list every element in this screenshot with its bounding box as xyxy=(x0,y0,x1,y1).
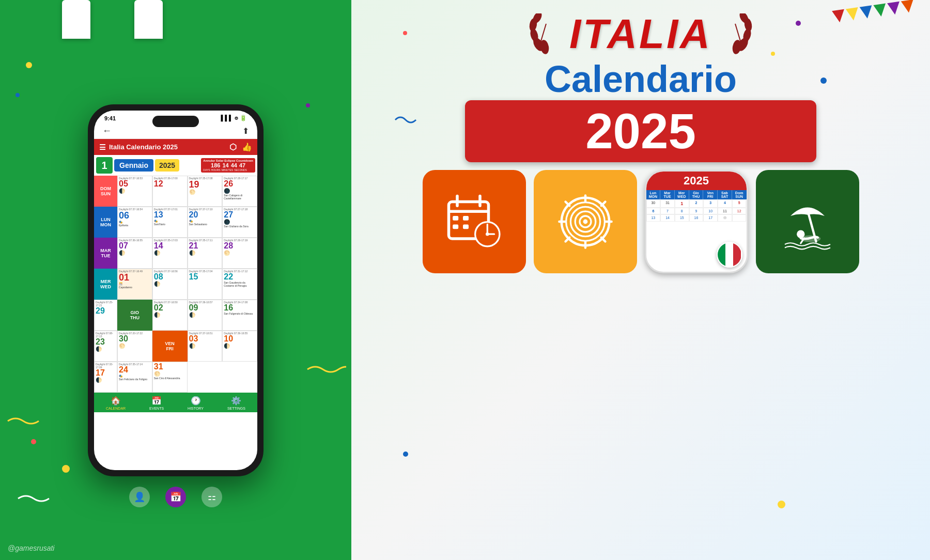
cal-cell-26[interactable]: Daylight 07:28-17:17 26 🌑 San Calogero d… xyxy=(222,176,257,207)
squiggle-decoration xyxy=(16,491,57,506)
mini-cal-week1: 30 31 1 2 3 4 5 xyxy=(646,199,747,208)
cal-cell-21[interactable]: Daylight 07:35-17:11 21 🌓 xyxy=(188,238,223,269)
cal-cell-02[interactable]: Daylight 07:37-16:50 02 🌓 xyxy=(152,300,188,331)
cal-cell-24[interactable]: Daylight 07:35-17:14 24 🎭 San Feliciano … xyxy=(117,362,152,393)
binder-clip-left xyxy=(62,0,90,39)
confetti xyxy=(778,501,785,508)
calendar-clock-icon xyxy=(446,193,503,250)
beach-icon xyxy=(779,193,836,250)
cal-cell-30[interactable]: Daylight 07:20-17:22 30 🌕 xyxy=(117,331,152,362)
cal-cell-23[interactable]: Daylight 07:08-17:13 23 🌓 xyxy=(94,331,117,362)
calendario-text: Calendario xyxy=(545,60,737,98)
cal-cell-22[interactable]: Daylight 07:31-17:12 22 San Gaudenzio da… xyxy=(222,269,257,300)
cal-cell-10[interactable]: Daylight 07:36-16:55 10 🌓 xyxy=(222,331,257,362)
phone-mockup: 9:41 ▌▌▌ ⌾ 🔋 ← ⬆ ☰ Italia Calendario 202… xyxy=(88,104,264,476)
lun-header: LUN MON xyxy=(94,207,117,238)
svg-line-35 xyxy=(565,202,569,206)
cal-cell-20[interactable]: Daylight 07:37-17:10 20 🎭 San Sebastiano xyxy=(188,207,223,238)
laurel-right-icon xyxy=(717,13,753,55)
cal-cell-19[interactable]: Daylight 07:35-17:08 19 🌕 xyxy=(188,176,223,207)
nav-settings[interactable]: ⚙️ SETTINGS xyxy=(227,396,245,410)
bottom-navigation: 🏠 CALENDAR 📅 EVENTS 🕐 HISTORY ⚙️ SETTING… xyxy=(94,393,257,412)
confetti xyxy=(820,77,827,84)
confetti xyxy=(26,62,32,68)
squiggle-right xyxy=(393,114,424,127)
month-name: Gennaio xyxy=(114,159,153,172)
mer-header: MER WED xyxy=(94,269,117,300)
svg-rect-18 xyxy=(453,225,458,229)
confetti xyxy=(62,465,70,473)
app-title: Italia Calendario 2025 xyxy=(109,143,229,151)
ven-header: VEN FRI xyxy=(152,331,188,362)
share-icon[interactable]: ⬆ xyxy=(242,126,249,136)
confetti xyxy=(403,31,407,35)
cal-cell-17[interactable]: Daylight 07:33-17:09 17 🌓 xyxy=(94,362,117,393)
events-nav-icon: 📅 xyxy=(151,396,162,406)
mini-cal-week2: 6 7 8 9 10 11 12 xyxy=(646,208,747,214)
cal-cell-08[interactable]: Daylight 07:37-16:56 08 🌓 xyxy=(152,269,188,300)
cal-cell-13[interactable]: Daylight 07:37-17:01 13 🎭 Sant'Ilario xyxy=(152,207,188,238)
mar-header: MAR TUE xyxy=(94,238,117,269)
nav-calendar-label: CALENDAR xyxy=(106,407,126,410)
yin-yang-icon xyxy=(557,193,614,250)
grid-icon[interactable]: ⚏ xyxy=(202,487,222,507)
cal-cell-12[interactable]: Daylight 07:36-17:00 12 xyxy=(152,176,188,207)
svg-rect-19 xyxy=(463,225,469,229)
svg-rect-17 xyxy=(463,216,469,221)
share-header-icon[interactable]: ⬡ xyxy=(229,142,237,152)
cal-cell-07[interactable]: Daylight 07:36-16:55 07 🌓 xyxy=(117,238,152,269)
italia-brand-text: ITALIA xyxy=(569,10,712,58)
cal-cell-16[interactable]: Daylight 07:34-17:08 16 San Fulgenzio di… xyxy=(222,300,257,331)
mini-cal-week3: 13 14 15 16 17 ☉ xyxy=(646,214,747,222)
svg-point-41 xyxy=(797,230,804,238)
italy-flag-circle xyxy=(717,242,742,268)
svg-rect-16 xyxy=(453,216,458,221)
profile-icon[interactable]: 👤 xyxy=(129,487,150,507)
eclipse-labels: DAYS HOURS MINUTES SECONDS xyxy=(203,168,253,172)
watermark: @gamesrusati xyxy=(8,544,54,552)
hamburger-icon[interactable]: ☰ xyxy=(99,143,106,151)
cal-cell-15[interactable]: Daylight 07:35-17:04 15 xyxy=(188,269,223,300)
back-button[interactable]: ← xyxy=(102,126,112,136)
cal-cell-09[interactable]: Daylight 07:36-16:57 09 🌓 xyxy=(188,300,223,331)
confetti xyxy=(31,439,36,444)
eclipse-countdown: Annular Solar Eclipse Countdown 186 14 4… xyxy=(201,158,255,173)
cal-cell-05[interactable]: Daylight 07:37-16:53 05 🌓 xyxy=(117,176,152,207)
calendar-clock-card[interactable] xyxy=(423,170,526,273)
nav-settings-label: SETTINGS xyxy=(227,407,245,410)
beach-card[interactable] xyxy=(756,170,859,273)
cal-cell-28[interactable]: Daylight 07:26-17:19 28 🌕 xyxy=(222,238,257,269)
italia-title-section: ITALIA xyxy=(528,10,753,58)
cal-cell-03[interactable]: Daylight 07:37-16:51 03 🌓 xyxy=(188,331,223,362)
nav-calendar[interactable]: 🏠 CALENDAR xyxy=(106,396,126,410)
settings-nav-icon: ⚙️ xyxy=(231,396,241,406)
confetti xyxy=(771,52,775,56)
apps-icon[interactable]: 📅 xyxy=(165,487,186,507)
calendar-nav-icon: 🏠 xyxy=(111,396,121,406)
phone-screen: 9:41 ▌▌▌ ⌾ 🔋 ← ⬆ ☰ Italia Calendario 202… xyxy=(94,111,257,470)
nav-events[interactable]: 📅 EVENTS xyxy=(149,396,164,410)
svg-line-36 xyxy=(601,238,605,242)
nav-history[interactable]: 🕐 HISTORY xyxy=(188,396,204,410)
right-panel: ITALIA Calendario 2025 xyxy=(351,0,930,560)
nav-history-label: HISTORY xyxy=(188,407,204,410)
confetti xyxy=(403,452,408,457)
signal-icons: ▌▌▌ ⌾ 🔋 xyxy=(221,115,247,121)
mini-calendar-app-icon[interactable]: 2025 LunMON MarTUE MerWED GioTHU VenFRI … xyxy=(645,170,748,273)
calendar-grid: DOM SUN Daylight 07:37-16:53 05 🌓 Daylig… xyxy=(94,176,257,393)
yin-yang-card[interactable] xyxy=(534,170,637,273)
like-icon[interactable]: 👍 xyxy=(242,142,252,152)
year-display: 2025 xyxy=(155,159,179,172)
cal-cell-29[interactable]: Daylight 07:25-17:21 29 xyxy=(94,300,117,331)
cal-cell-31[interactable]: 31 🌕 San Ciro d'Alessandria xyxy=(152,362,188,393)
system-icons: 👤 📅 ⚏ xyxy=(129,487,222,507)
svg-line-37 xyxy=(601,202,605,206)
svg-point-24 xyxy=(486,232,489,236)
cal-cell-01[interactable]: Daylight 07:37-16:49 01 🎊 Capodanno xyxy=(117,269,152,300)
squiggle-decoration xyxy=(305,362,346,377)
cal-cell-14[interactable]: Daylight 07:35-17:03 14 🌓 xyxy=(152,238,188,269)
cal-cell-06[interactable]: Daylight 07:37-16:54 06 🎭 Epifania xyxy=(117,207,152,238)
time-display: 9:41 xyxy=(104,115,116,121)
cal-cell-27[interactable]: Daylight 07:27-17:18 27 🌑 San Giuliano d… xyxy=(222,207,257,238)
header-actions: ⬡ 👍 xyxy=(229,142,252,152)
